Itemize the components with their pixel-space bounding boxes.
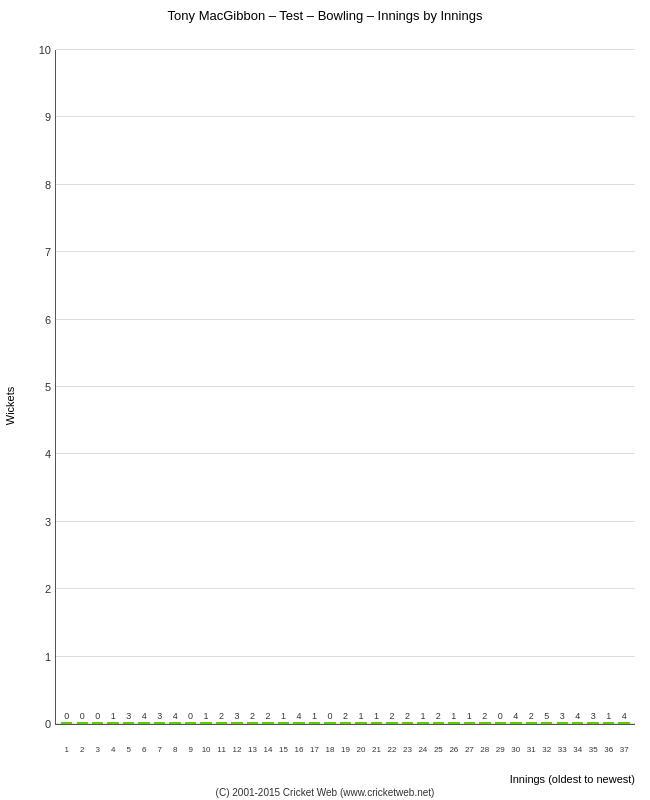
bar-group: 2	[401, 712, 414, 724]
bar-value-label: 2	[405, 712, 410, 721]
y-tick-label: 9	[45, 111, 51, 123]
bar	[510, 722, 521, 724]
bar-value-label: 1	[606, 712, 611, 721]
bar	[293, 722, 304, 724]
y-tick-label: 0	[45, 718, 51, 730]
bar-value-label: 3	[126, 712, 131, 721]
bar-group: 2	[215, 712, 228, 724]
bar	[324, 722, 335, 724]
bar-group: 1	[463, 712, 476, 724]
x-tick-label: 30	[509, 745, 522, 754]
x-tick-label: 36	[602, 745, 615, 754]
y-tick-label: 7	[45, 246, 51, 258]
bar-wrapper: 2	[401, 712, 414, 724]
bar-value-label: 0	[498, 712, 503, 721]
bar	[464, 722, 475, 724]
bar-group: 4	[571, 712, 584, 724]
bars-container: 0001343401232214102112212112042534314	[56, 50, 635, 724]
copyright: (C) 2001-2015 Cricket Web (www.cricketwe…	[0, 787, 650, 798]
bar	[278, 722, 289, 724]
bar-wrapper: 0	[75, 712, 88, 724]
x-tick-label: 3	[91, 745, 104, 754]
bar-wrapper: 0	[184, 712, 197, 724]
bar	[417, 722, 428, 724]
y-tick-label: 10	[39, 44, 51, 56]
bar-group: 1	[416, 712, 429, 724]
bar-value-label: 1	[451, 712, 456, 721]
bar-group: 0	[60, 712, 73, 724]
x-tick-label: 8	[168, 745, 181, 754]
x-axis-ticks: 1234567891011121314151617181920212223242…	[56, 745, 635, 754]
bar-value-label: 5	[544, 712, 549, 721]
y-tick-label: 2	[45, 583, 51, 595]
bar-group: 3	[556, 712, 569, 724]
bar-wrapper: 4	[509, 712, 522, 724]
bar-value-label: 0	[80, 712, 85, 721]
bar-value-label: 3	[591, 712, 596, 721]
bar	[309, 722, 320, 724]
bar	[107, 722, 118, 724]
bar-value-label: 2	[219, 712, 224, 721]
bar-wrapper: 3	[556, 712, 569, 724]
x-tick-label: 22	[385, 745, 398, 754]
x-axis-label: Innings (oldest to newest)	[55, 773, 635, 785]
bar-wrapper: 0	[60, 712, 73, 724]
bar-group: 1	[308, 712, 321, 724]
y-tick-label: 3	[45, 516, 51, 528]
x-tick-label: 32	[540, 745, 553, 754]
bar-group: 1	[602, 712, 615, 724]
x-tick-label: 24	[416, 745, 429, 754]
chart-title: Tony MacGibbon – Test – Bowling – Inning…	[0, 8, 650, 23]
bar	[541, 722, 552, 724]
bar-value-label: 0	[327, 712, 332, 721]
bar-wrapper: 2	[261, 712, 274, 724]
bar	[231, 722, 242, 724]
bar	[262, 722, 273, 724]
bar-value-label: 4	[173, 712, 178, 721]
bar-group: 5	[540, 712, 553, 724]
bar-group: 2	[246, 712, 259, 724]
x-tick-label: 29	[494, 745, 507, 754]
bar-group: 1	[354, 712, 367, 724]
bar-wrapper: 0	[91, 712, 104, 724]
x-tick-label: 6	[137, 745, 150, 754]
bar-wrapper: 5	[540, 712, 553, 724]
bar-group: 1	[447, 712, 460, 724]
bar	[479, 722, 490, 724]
bar-wrapper: 4	[292, 712, 305, 724]
y-tick-label: 6	[45, 314, 51, 326]
bar-group: 3	[230, 712, 243, 724]
bar-group: 3	[122, 712, 135, 724]
x-tick-label: 35	[586, 745, 599, 754]
bar-value-label: 0	[188, 712, 193, 721]
x-tick-label: 25	[432, 745, 445, 754]
x-tick-label: 4	[106, 745, 119, 754]
bar-wrapper: 1	[447, 712, 460, 724]
bar	[371, 722, 382, 724]
x-tick-label: 28	[478, 745, 491, 754]
x-tick-label: 10	[199, 745, 212, 754]
bar-wrapper: 1	[463, 712, 476, 724]
x-tick-label: 16	[292, 745, 305, 754]
bar-value-label: 1	[281, 712, 286, 721]
bar	[169, 722, 180, 724]
bar-value-label: 2	[389, 712, 394, 721]
x-tick-label: 5	[122, 745, 135, 754]
bar-group: 0	[323, 712, 336, 724]
bar-wrapper: 1	[354, 712, 367, 724]
x-tick-label: 18	[323, 745, 336, 754]
x-tick-label: 17	[308, 745, 321, 754]
bar-group: 2	[261, 712, 274, 724]
bar	[340, 722, 351, 724]
bar-wrapper: 2	[478, 712, 491, 724]
bar-group: 1	[277, 712, 290, 724]
bar	[386, 722, 397, 724]
y-tick-label: 1	[45, 651, 51, 663]
bar-wrapper: 1	[416, 712, 429, 724]
bar-value-label: 4	[622, 712, 627, 721]
bar	[61, 722, 72, 724]
bar	[355, 722, 366, 724]
bar-group: 4	[509, 712, 522, 724]
bar	[572, 722, 583, 724]
x-tick-label: 1	[60, 745, 73, 754]
